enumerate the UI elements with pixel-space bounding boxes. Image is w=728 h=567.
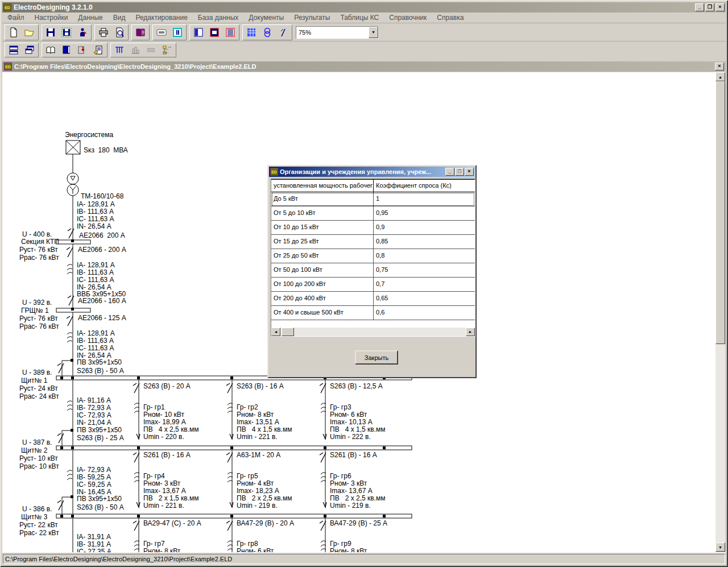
section-label: Руст- 24 кВт: [19, 385, 58, 392]
document-title: C:\Program Files\ElectroDesigning\Electr…: [14, 63, 256, 70]
book-export-button[interactable]: [75, 44, 90, 56]
table-row[interactable]: От 50 до 100 кВт0,75: [271, 263, 475, 278]
table-row[interactable]: От 5 до 10 кВт0,95: [271, 206, 475, 221]
print-preview-button[interactable]: [111, 26, 127, 39]
horizontal-scrollbar[interactable]: ◄ ►: [271, 328, 475, 336]
statusbar: C:\Program Files\ElectroDesigning\Electr…: [2, 552, 726, 565]
wire-label: S263 (В) - 25 А: [77, 434, 124, 442]
chevron-down-icon[interactable]: ▼: [369, 27, 378, 38]
open-file-button[interactable]: [22, 26, 38, 39]
branch-label: Umin - 219 в.: [330, 502, 371, 510]
branch-breaker-label: ВА47-29 (В) - 25 А: [330, 520, 387, 527]
cascade-windows-button[interactable]: [22, 44, 38, 56]
document-titlebar[interactable]: ED C:\Program Files\ElectroDesigning\Ele…: [2, 61, 726, 72]
menu-file[interactable]: Файл: [2, 13, 30, 22]
section-label: Щит№ 2: [21, 447, 47, 454]
section-label: Ррас- 76 кВт: [19, 323, 59, 330]
save-all-button[interactable]: [59, 26, 75, 39]
layout-striped-column-button[interactable]: [222, 26, 238, 39]
new-document-button[interactable]: [6, 26, 22, 39]
wire-label: ПВ 3х95+1х50: [77, 427, 122, 434]
tile-windows-button[interactable]: [6, 44, 22, 56]
dialog-panel-button[interactable]: [154, 26, 169, 39]
branch-label: Umin - 221 в.: [237, 433, 278, 441]
calculation-table-button[interactable]: [243, 26, 259, 39]
dialog-close-icon[interactable]: ×: [465, 168, 474, 176]
section-label: Руст- 10 кВт: [19, 455, 58, 462]
dialog-maximize-button[interactable]: □: [455, 168, 464, 176]
menu-view[interactable]: Вид: [108, 13, 131, 22]
table-row[interactable]: От 15 до 25 кВт0,85: [271, 235, 475, 249]
current-label: IN- 26,54 А: [77, 223, 111, 230]
copy-report-button[interactable]: [90, 44, 106, 56]
menu-edit[interactable]: Редактирование: [130, 13, 192, 22]
menu-ks-tables[interactable]: Таблицы КС: [335, 13, 384, 22]
scroll-up-icon[interactable]: ▲: [715, 72, 725, 81]
menu-settings[interactable]: Настройки: [30, 13, 73, 22]
table-panel-button[interactable]: [169, 26, 185, 39]
open-book-button[interactable]: [43, 44, 59, 56]
branch-label: Umin - 221 в.: [143, 502, 184, 510]
vertical-scrollbar[interactable]: ▲ ▼: [715, 72, 725, 552]
minimize-button[interactable]: _: [695, 3, 704, 11]
dots-button[interactable]: [143, 44, 159, 56]
layout-single-column-button[interactable]: [191, 26, 206, 39]
scroll-right-icon[interactable]: ►: [466, 328, 475, 336]
titlebar[interactable]: ED ElectroDesigning 3.2.1.0 _ ❐ ×: [2, 2, 726, 13]
tree-structure-button[interactable]: [159, 44, 175, 56]
breaker-label: АЕ2066 200 А: [79, 232, 125, 239]
branch-label: Umin - 219 в.: [237, 502, 278, 510]
transformer-symbol-button[interactable]: [259, 26, 275, 39]
user-exit-button[interactable]: [75, 26, 90, 39]
table-row[interactable]: От 10 до 15 кВт0,9: [271, 221, 475, 235]
close-button[interactable]: ×: [715, 3, 725, 11]
branch-breaker-label: S263 (В) - 20 А: [143, 383, 191, 390]
chart-button[interactable]: [127, 44, 143, 56]
section-label: U - 387 в.: [22, 439, 52, 446]
table-row[interactable]: От 200 до 400 кВт0,65: [271, 292, 475, 306]
print-button[interactable]: [96, 26, 111, 39]
save-button[interactable]: [43, 26, 59, 39]
section-label: Щит№ 3: [21, 514, 47, 521]
section-label: U - 389 в.: [22, 369, 52, 376]
restore-button[interactable]: ❐: [705, 3, 714, 11]
dialog-minimize-button[interactable]: _: [445, 168, 454, 176]
section-label: Ррас- 76 кВт: [19, 254, 59, 262]
busbar-diagram-button[interactable]: [111, 44, 127, 56]
zoom-select[interactable]: 75% ▼: [296, 26, 379, 39]
zoom-value: 75%: [296, 29, 369, 36]
demand-coefficient-dialog: ED Организации и учреждения управления, …: [267, 165, 477, 378]
dialog-titlebar[interactable]: ED Организации и учреждения управления, …: [269, 167, 475, 177]
scroll-left-icon[interactable]: ◄: [271, 328, 280, 336]
scrollbar-thumb[interactable]: [715, 81, 725, 344]
scroll-down-icon[interactable]: ▼: [715, 543, 725, 552]
column-header-power: установленная мощность рабочег: [271, 180, 374, 192]
menu-database[interactable]: База данных: [193, 13, 243, 22]
menu-documents[interactable]: Документы: [243, 13, 289, 22]
table-row[interactable]: От 100 до 200 кВт0,7: [271, 278, 475, 292]
hscrollbar-thumb[interactable]: [282, 328, 294, 336]
menu-reference[interactable]: Справочник: [384, 13, 432, 22]
table-row[interactable]: До 5 кВт1: [271, 192, 475, 206]
closed-book-button[interactable]: [59, 44, 75, 56]
branch-label: Umin - 220 в.: [143, 433, 184, 441]
toolbar-row-1: ? 75% ▼: [2, 23, 726, 41]
close-dialog-button[interactable]: Закрыть: [355, 350, 398, 365]
wire-label: ПВ 3х95+1х50: [77, 495, 122, 503]
document-close-button[interactable]: ×: [715, 63, 724, 71]
breaker-label: АЕ2066 - 200 А: [78, 246, 126, 254]
table-row[interactable]: От 400 и свыше 500 кВт0,6: [271, 306, 475, 320]
table-row[interactable]: От 25 до 50 кВт0,8: [271, 249, 475, 263]
section-label: Ррас- 10 кВт: [19, 463, 59, 470]
section-label: ГРЩ№ 1: [21, 307, 49, 314]
branch-breaker-label: ВА47-29 (В) - 20 А: [237, 520, 294, 527]
table-header: установленная мощность рабочег Коэффицие…: [271, 179, 475, 192]
breaker-symbol-button[interactable]: [275, 26, 291, 39]
menu-results[interactable]: Результаты: [289, 13, 335, 22]
layout-filled-column-button[interactable]: [206, 26, 222, 39]
menubar: Файл Настройки Данные Вид Редактирование…: [2, 13, 726, 23]
breaker-label: АЕ2066 - 160 А: [78, 297, 126, 305]
menu-data[interactable]: Данные: [73, 13, 107, 22]
help-book-button[interactable]: ?: [133, 26, 148, 39]
menu-help[interactable]: Справка: [432, 13, 469, 22]
